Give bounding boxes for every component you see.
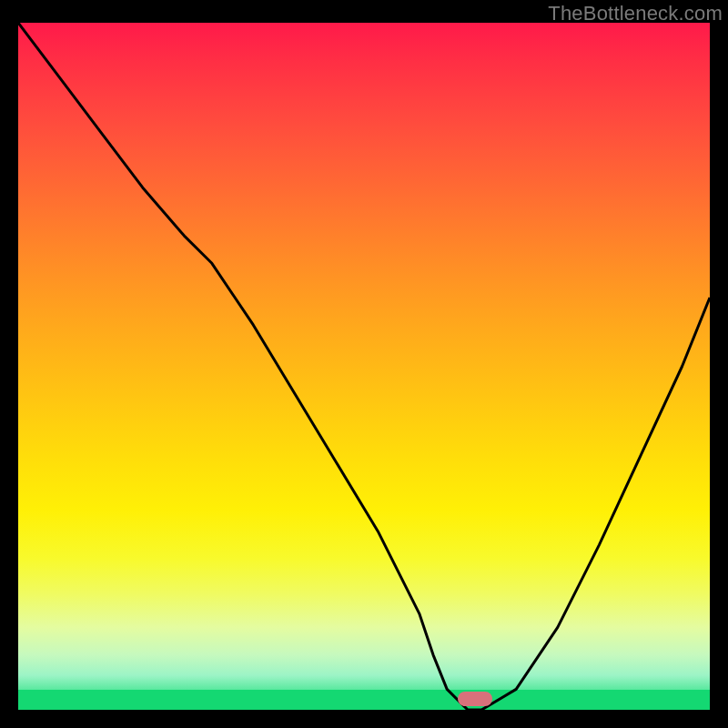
- watermark-text: TheBottleneck.com: [548, 2, 723, 25]
- chart-plot-area: [18, 23, 710, 710]
- bottleneck-curve: [18, 23, 710, 710]
- bottleneck-curve-svg: [18, 23, 710, 710]
- current-config-marker: [458, 692, 492, 706]
